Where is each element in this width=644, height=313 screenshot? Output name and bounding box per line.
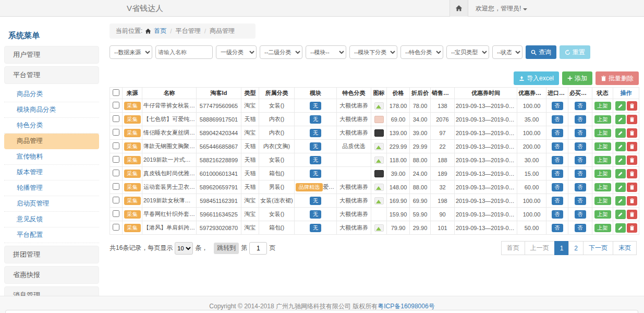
edit-button[interactable] [615,115,626,124]
name-search-input[interactable] [155,45,213,59]
row-checkbox[interactable] [113,156,119,163]
jump-button[interactable]: 跳转到 [214,243,239,254]
sidebar-subitem-轮播管理[interactable]: 轮播管理 [4,180,99,196]
status-badge[interactable]: 上架 [594,183,611,191]
row-checkbox[interactable] [113,183,119,190]
delete-button[interactable] [627,101,637,111]
row-checkbox[interactable] [113,210,119,217]
row-checkbox[interactable] [113,142,119,149]
pager-末页[interactable]: 末页 [613,241,637,255]
import-flag-badge[interactable]: 否 [552,183,563,191]
sidebar-subitem-特色分类[interactable]: 特色分类 [4,118,99,134]
module-none-badge[interactable]: 无 [310,115,321,124]
page-number-input[interactable] [249,242,267,255]
edit-button[interactable] [615,128,626,138]
module-none-badge[interactable]: 无 [310,142,321,151]
bulk-delete-button[interactable]: 批量删除 [596,71,639,85]
edit-button[interactable] [615,210,626,219]
must-buy-flag-badge[interactable]: 否 [575,156,586,164]
edit-button[interactable] [615,196,626,206]
delete-button[interactable] [627,155,637,165]
import-flag-badge[interactable]: 否 [552,142,563,151]
import-flag-badge[interactable]: 否 [552,210,563,219]
home-button[interactable] [449,0,468,17]
breadcrumb-home-link[interactable]: 首页 [154,27,166,35]
row-checkbox[interactable] [113,115,119,122]
sidebar-item-消息管理[interactable]: 消息管理 [4,286,99,296]
sidebar-item-用户管理[interactable]: 用户管理 [4,46,99,64]
row-checkbox[interactable] [113,224,119,231]
module-none-badge[interactable]: 无 [310,224,321,232]
status-badge[interactable]: 上架 [594,142,611,151]
user-menu[interactable]: 欢迎您，管理员! [476,4,527,13]
sidebar-item-省惠快报[interactable]: 省惠快报 [4,266,99,284]
filter-select-状态[interactable]: --状态-- [492,45,523,59]
status-badge[interactable]: 上架 [594,210,611,219]
sidebar-subitem-平台配置[interactable]: 平台配置 [4,227,99,243]
filter-select-模块[interactable]: --模块-- [306,45,346,59]
filter-select-宝贝类型[interactable]: --宝贝类型-- [446,45,489,59]
filter-select-二级分类[interactable]: --二级分类-- [260,45,302,59]
icp-link[interactable]: 粤ICP备16098006号 [378,303,434,310]
must-buy-flag-badge[interactable]: 否 [575,210,586,219]
edit-button[interactable] [615,142,626,151]
edit-button[interactable] [615,183,626,192]
sidebar-subitem-模块商品分类[interactable]: 模块商品分类 [4,102,99,118]
must-buy-flag-badge[interactable]: 否 [575,197,586,205]
import-excel-button[interactable]: 导入excel [514,71,559,85]
edit-button[interactable] [615,101,626,111]
import-flag-badge[interactable]: 否 [552,197,563,205]
import-flag-badge[interactable]: 否 [552,102,563,110]
delete-button[interactable] [627,196,637,206]
filter-select-特色分类[interactable]: --特色分类-- [400,45,443,59]
sidebar-subitem-宣传物料[interactable]: 宣传物料 [4,149,99,165]
module-none-badge[interactable]: 无 [310,210,321,219]
edit-button[interactable] [615,223,626,233]
sidebar-item-平台管理[interactable]: 平台管理 [4,66,99,84]
sidebar-subitem-意见反馈[interactable]: 意见反馈 [4,212,99,227]
import-flag-badge[interactable]: 否 [552,170,563,178]
search-button[interactable]: 查询 [526,45,556,59]
row-checkbox[interactable] [113,170,119,176]
status-badge[interactable]: 上架 [594,102,611,110]
delete-button[interactable] [627,128,637,138]
status-badge[interactable]: 上架 [594,224,611,232]
must-buy-flag-badge[interactable]: 否 [575,224,586,232]
sidebar-item-拼团管理[interactable]: 拼团管理 [4,246,99,263]
delete-button[interactable] [627,142,637,151]
status-badge[interactable]: 上架 [594,129,611,137]
edit-button[interactable] [615,169,626,178]
delete-button[interactable] [627,223,637,233]
row-checkbox[interactable] [113,197,119,203]
status-badge[interactable]: 上架 [594,170,611,178]
must-buy-flag-badge[interactable]: 否 [575,102,586,110]
pager-首页[interactable]: 首页 [501,241,525,255]
row-checkbox[interactable] [113,102,119,109]
import-flag-badge[interactable]: 否 [552,156,563,164]
must-buy-flag-badge[interactable]: 否 [575,183,586,191]
status-badge[interactable]: 上架 [594,156,611,164]
filter-select-模块下分类[interactable]: --模块下分类-- [349,45,397,59]
must-buy-flag-badge[interactable]: 否 [575,142,586,151]
import-flag-badge[interactable]: 否 [552,224,563,232]
filter-select-一级分类[interactable]: 一级分类 [216,45,257,59]
must-buy-flag-badge[interactable]: 否 [575,129,586,137]
edit-button[interactable] [615,155,626,165]
pager-2[interactable]: 2 [568,241,584,255]
must-buy-flag-badge[interactable]: 否 [575,170,586,178]
delete-button[interactable] [627,210,637,219]
select-all-checkbox[interactable] [113,89,119,96]
row-checkbox[interactable] [113,129,119,136]
sidebar-subitem-商品分类[interactable]: 商品分类 [4,87,99,102]
status-badge[interactable]: 上架 [594,115,611,124]
must-buy-flag-badge[interactable]: 否 [575,115,586,124]
delete-button[interactable] [627,115,637,124]
import-flag-badge[interactable]: 否 [552,115,563,124]
delete-button[interactable] [627,169,637,178]
sidebar-subitem-商品管理[interactable]: 商品管理 [4,134,99,149]
per-page-select[interactable]: 10 [175,242,193,255]
module-none-badge[interactable]: 无 [310,102,321,110]
reset-button[interactable]: 重置 [560,45,590,59]
import-flag-badge[interactable]: 否 [552,129,563,137]
module-none-badge[interactable]: 无 [310,156,321,164]
